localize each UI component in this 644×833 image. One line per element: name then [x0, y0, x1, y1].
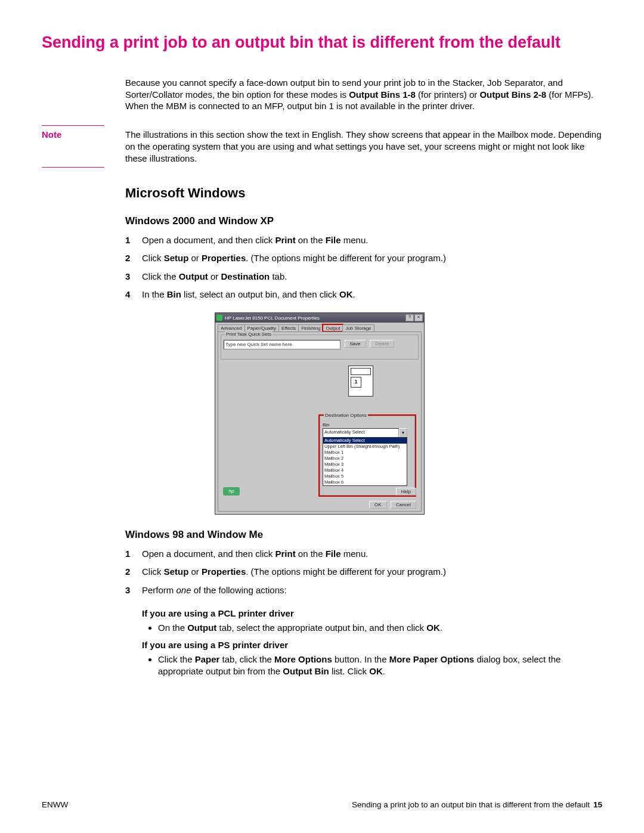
bin-option[interactable]: Mailbox 3 — [323, 462, 407, 467]
preview-day-icon: 1 — [351, 377, 361, 388]
tab-paper-quality[interactable]: Paper/Quality — [244, 324, 279, 332]
tab-effects[interactable]: Effects — [278, 324, 299, 332]
save-button[interactable]: Save — [345, 340, 366, 348]
bin-option[interactable]: Automatically Select — [323, 438, 407, 444]
dialog-title: HP LaserJet 8150 PCL Document Properties — [225, 315, 405, 321]
hp-logo-icon: hp — [223, 487, 240, 496]
bin-option[interactable]: Mailbox 2 — [323, 456, 407, 462]
screenshot-dialog: HP LaserJet 8150 PCL Document Properties… — [215, 312, 423, 515]
footer-left: ENWW — [42, 800, 68, 809]
bin-option[interactable]: Mailbox 6 — [323, 479, 407, 485]
delete-button[interactable]: Delete — [370, 340, 394, 348]
note-rule-bottom — [42, 167, 104, 168]
ps-driver-heading: If you are using a PS printer driver — [142, 640, 602, 650]
quick-sets-group: Print Task Quick Sets Type new Quick Set… — [221, 335, 419, 360]
step: Perform one of the following actions: — [125, 584, 602, 596]
ok-button[interactable]: OK — [369, 501, 387, 509]
chevron-down-icon[interactable]: ▼ — [399, 428, 407, 438]
bin-dropdown-list[interactable]: Automatically Select Upper Left Bin (Str… — [323, 437, 407, 486]
page-footer: ENWW Sending a print job to an output bi… — [42, 800, 602, 809]
bin-option[interactable]: Upper Left Bin (Straight-through Path) — [323, 444, 407, 450]
tab-job-storage[interactable]: Job Storage — [342, 324, 374, 332]
steps-win2000xp: Open a document, and then click Print on… — [125, 234, 602, 301]
subsection-win98me: Windows 98 and Window Me — [125, 529, 602, 541]
bin-option[interactable]: Mailbox 4 — [323, 467, 407, 473]
page-title: Sending a print job to an output bin tha… — [42, 33, 602, 53]
bin-combo[interactable]: Automatically Select — [323, 428, 399, 438]
pcl-bullet-list: On the Output tab, select the appropriat… — [158, 622, 602, 634]
tab-finishing[interactable]: Finishing — [298, 324, 323, 332]
bin-label: Bin — [323, 422, 412, 428]
footer-right: Sending a print job to an output bin tha… — [352, 800, 590, 809]
close-window-button[interactable]: × — [414, 314, 423, 321]
list-item: On the Output tab, select the appropriat… — [158, 622, 602, 634]
subsection-win2000xp: Windows 2000 and Window XP — [125, 215, 602, 227]
step: In the Bin list, select an output bin, a… — [125, 289, 602, 301]
destination-options-group: Destination Options Bin Automatically Se… — [320, 416, 415, 496]
bin-option[interactable]: Mailbox 1 — [323, 450, 407, 456]
note-text: The illustrations in this section show t… — [125, 125, 602, 164]
destination-label: Destination Options — [324, 413, 368, 418]
step: Click Setup or Properties. (The options … — [125, 252, 602, 264]
step: Click Setup or Properties. (The options … — [125, 566, 602, 578]
page-number: 15 — [593, 800, 602, 809]
app-icon — [216, 315, 222, 321]
help-button[interactable]: Help — [396, 488, 416, 496]
help-window-button[interactable]: ? — [405, 314, 414, 321]
section-heading: Microsoft Windows — [125, 185, 602, 201]
cancel-button[interactable]: Cancel — [391, 501, 416, 509]
intro-paragraph: Because you cannot specify a face-down o… — [125, 77, 602, 112]
dialog-titlebar: HP LaserJet 8150 PCL Document Properties… — [215, 313, 424, 323]
step: Open a document, and then click Print on… — [125, 548, 602, 560]
step: Open a document, and then click Print on… — [125, 234, 602, 246]
tab-output[interactable]: Output — [323, 324, 343, 332]
dialog-tab-strip: Advanced Paper/Quality Effects Finishing… — [215, 323, 424, 332]
quick-sets-combo[interactable]: Type new Quick Set name here — [224, 340, 340, 349]
quick-sets-label: Print Task Quick Sets — [225, 332, 273, 337]
step: Click the Output or Destination tab. — [125, 271, 602, 283]
page-preview: 1 — [348, 366, 373, 397]
list-item: Click the Paper tab, click the More Opti… — [158, 654, 602, 678]
ps-bullet-list: Click the Paper tab, click the More Opti… — [158, 654, 602, 678]
steps-win98me: Open a document, and then click Print on… — [125, 548, 602, 596]
note-block: Note The illustrations in this section s… — [42, 125, 602, 168]
bin-option[interactable]: Mailbox 5 — [323, 473, 407, 479]
pcl-driver-heading: If you are using a PCL printer driver — [142, 608, 602, 618]
note-label: Note — [42, 126, 125, 140]
tab-advanced[interactable]: Advanced — [218, 324, 245, 332]
